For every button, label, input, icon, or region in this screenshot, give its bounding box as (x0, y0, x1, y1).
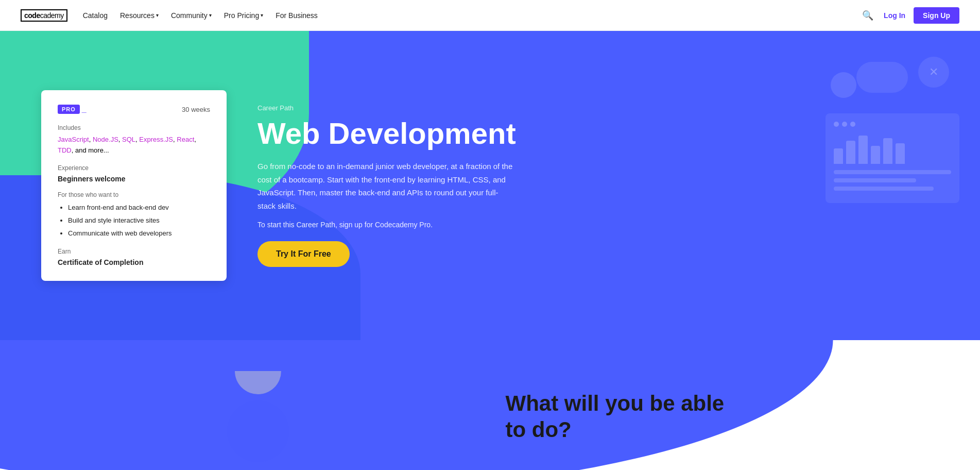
card-tags: JavaScript, Node.JS, SQL, Express.JS, Re… (58, 135, 210, 156)
earn-label: Earn (58, 248, 210, 255)
nav-menu: Catalog Resources ▾ Community ▾ Pro Pric… (83, 11, 860, 20)
search-button[interactable]: 🔍 (860, 8, 875, 23)
bottom-content: What will you be able to do? (0, 340, 980, 470)
pro-card: PRO _ 30 weeks Includes JavaScript, Node… (41, 90, 227, 281)
tag-react: React (177, 136, 194, 143)
includes-label: Includes (58, 124, 210, 131)
nav-resources[interactable]: Resources ▾ (120, 11, 159, 20)
nav-for-business[interactable]: For Business (276, 11, 318, 20)
tag-expressjs: Express.JS (139, 136, 173, 143)
career-path-label: Career Path (257, 104, 516, 112)
tag-sql: SQL (122, 136, 135, 143)
bottom-section: What will you be able to do? (0, 340, 980, 470)
bottom-left (41, 371, 475, 462)
experience-value: Beginners welcome (58, 175, 210, 183)
bottom-circle (227, 400, 289, 462)
logo-cademy: cademy (40, 11, 64, 20)
tag-tdd: TDD (58, 146, 72, 154)
logo-box: codecademy (21, 9, 67, 22)
nav-community[interactable]: Community ▾ (171, 11, 212, 20)
tags-suffix: and more... (75, 146, 109, 154)
card-list: Learn front-end and back-end dev Build a… (58, 202, 210, 240)
for-those-label: For those who want to (58, 191, 210, 198)
hero-cta-text: To start this Career Path, sign up for C… (257, 221, 516, 229)
signup-button[interactable]: Sign Up (914, 7, 959, 24)
pro-cursor: _ (82, 105, 87, 114)
pro-badge: PRO (58, 105, 80, 114)
bottom-right: What will you be able to do? (475, 391, 939, 443)
logo-code: code (24, 11, 40, 20)
hero-description: Go from no-code to an in-demand junior w… (257, 160, 515, 212)
pro-card-header: PRO _ 30 weeks (58, 105, 210, 114)
list-item: Build and style interactive sites (68, 214, 210, 226)
experience-label: Experience (58, 164, 210, 172)
nav-catalog[interactable]: Catalog (83, 11, 108, 20)
try-it-free-button[interactable]: Try It For Free (257, 241, 350, 267)
pro-badge-wrapper: PRO _ (58, 105, 87, 114)
login-button[interactable]: Log In (884, 11, 905, 20)
list-item: Learn front-end and back-end dev (68, 202, 210, 213)
hero-title: Web Development (257, 117, 516, 150)
chevron-down-icon: ▾ (261, 12, 263, 18)
chevron-down-icon: ▾ (209, 12, 212, 18)
nav-pro-pricing[interactable]: Pro Pricing ▾ (224, 11, 263, 20)
hero-section: ✕ PRO (0, 31, 980, 340)
hero-text: Career Path Web Development Go from no-c… (257, 104, 516, 267)
bottom-title: What will you be able to do? (506, 391, 939, 443)
bottom-semicircle (235, 371, 281, 394)
chevron-down-icon: ▾ (156, 12, 159, 18)
tag-nodejs: Node.JS (93, 136, 118, 143)
navbar: codecademy Catalog Resources ▾ Community… (0, 0, 980, 31)
list-item: Communicate with web developers (68, 227, 210, 239)
logo[interactable]: codecademy (21, 9, 67, 22)
hero-content: PRO _ 30 weeks Includes JavaScript, Node… (0, 59, 980, 312)
navbar-right: 🔍 Log In Sign Up (860, 7, 959, 24)
earn-value: Certificate of Completion (58, 258, 210, 266)
pro-weeks: 30 weeks (182, 106, 210, 113)
search-icon: 🔍 (862, 10, 873, 21)
tag-javascript: JavaScript (58, 136, 89, 143)
